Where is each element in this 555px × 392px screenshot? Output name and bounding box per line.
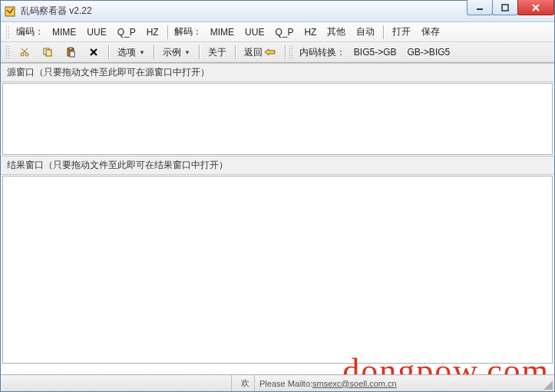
examples-label: 示例 (163, 46, 181, 59)
toolbar-separator (285, 45, 286, 59)
status-mailto: Please Mailto: smsexc@soell.com.cn (254, 375, 554, 391)
result-textarea[interactable] (2, 176, 553, 364)
source-pane: 源窗口（只要拖动文件至此即可在源窗口中打开） (1, 63, 554, 155)
decode-other-button[interactable]: 其他 (322, 23, 351, 41)
back-label: 返回 (244, 46, 263, 59)
options-button[interactable]: 选项▼ (112, 44, 150, 61)
close-icon (531, 4, 540, 12)
toolbar-separator (199, 45, 200, 59)
encode-qp-button[interactable]: Q_P (112, 25, 141, 40)
encode-uue-button[interactable]: UUE (81, 25, 111, 40)
codeconv-label: 内码转换： (296, 46, 349, 59)
title-bar[interactable]: 乱码察看器 v2.22 (1, 1, 554, 22)
copy-icon (41, 46, 54, 58)
status-left (1, 375, 231, 391)
toolbar-area: 编码： MIME UUE Q_P HZ 解码： MIME UUE Q_P HZ … (1, 22, 554, 63)
resize-grip[interactable] (539, 376, 553, 390)
status-hint: 欢 (231, 375, 254, 391)
options-label: 选项 (117, 46, 136, 59)
decode-qp-button[interactable]: Q_P (269, 25, 299, 40)
examples-button[interactable]: 示例▼ (157, 44, 196, 61)
toolbar-grip[interactable] (289, 45, 293, 59)
gb-to-big5-button[interactable]: GB->BIG5 (402, 44, 456, 60)
toolbar-separator (154, 45, 154, 59)
delete-button[interactable] (82, 44, 105, 61)
svg-rect-0 (5, 7, 15, 16)
encode-mime-button[interactable]: MIME (47, 25, 81, 40)
source-textarea[interactable] (2, 83, 553, 155)
decode-hz-button[interactable]: HZ (299, 25, 322, 40)
cut-button[interactable] (13, 44, 36, 61)
delete-icon (88, 46, 100, 58)
hand-point-icon (264, 46, 276, 58)
toolbar-row-1: 编码： MIME UUE Q_P HZ 解码： MIME UUE Q_P HZ … (1, 22, 554, 42)
toolbar-grip[interactable] (5, 45, 10, 59)
scissors-icon (18, 46, 31, 58)
copy-button[interactable] (36, 44, 59, 61)
source-pane-header: 源窗口（只要拖动文件至此即可在源窗口中打开） (1, 63, 554, 82)
result-pane-header: 结果窗口（只要拖动文件至此即可在结果窗口中打开） (1, 156, 554, 175)
app-icon (4, 5, 16, 18)
window-controls (467, 0, 554, 15)
toolbar-grip[interactable] (5, 25, 10, 39)
paste-button[interactable] (59, 44, 82, 61)
status-bar: 欢 Please Mailto: smsexc@soell.com.cn (1, 374, 554, 391)
svg-rect-12 (69, 48, 72, 50)
open-button[interactable]: 打开 (387, 23, 416, 41)
content-area: 源窗口（只要拖动文件至此即可在源窗口中打开） 结果窗口（只要拖动文件至此即可在结… (1, 63, 554, 364)
minimize-button[interactable] (467, 0, 493, 15)
mailto-prefix: Please Mailto: (259, 379, 312, 388)
chevron-down-icon: ▼ (139, 49, 145, 56)
big5-to-gb-button[interactable]: BIG5->GB (349, 44, 402, 60)
decode-auto-button[interactable]: 自动 (351, 23, 380, 41)
svg-rect-2 (502, 5, 508, 11)
save-button[interactable]: 保存 (416, 23, 445, 41)
decode-uue-button[interactable]: UUE (240, 25, 269, 40)
close-button[interactable] (517, 0, 554, 15)
decode-label: 解码： (171, 25, 205, 38)
minimize-icon (476, 4, 484, 12)
svg-rect-13 (70, 51, 74, 57)
maximize-icon (501, 4, 509, 12)
toolbar-separator (383, 25, 384, 39)
svg-rect-10 (46, 50, 51, 56)
about-button[interactable]: 关于 (203, 44, 232, 61)
maximize-button[interactable] (492, 0, 518, 15)
toolbar-separator (235, 45, 236, 59)
encode-label: 编码： (13, 25, 47, 38)
decode-mime-button[interactable]: MIME (205, 25, 240, 40)
svg-point-6 (25, 53, 28, 56)
mailto-link[interactable]: smsexc@soell.com.cn (312, 379, 397, 388)
chevron-down-icon: ▼ (184, 49, 190, 56)
toolbar-separator (167, 25, 168, 39)
toolbar-row-2: 选项▼ 示例▼ 关于 返回 内码转换： BIG5->GB GB->BIG5 (1, 42, 554, 62)
svg-point-5 (21, 53, 24, 56)
encode-hz-button[interactable]: HZ (141, 25, 164, 40)
result-pane: 结果窗口（只要拖动文件至此即可在结果窗口中打开） (1, 156, 554, 364)
back-button[interactable]: 返回 (239, 44, 282, 61)
paste-icon (64, 46, 77, 58)
toolbar-separator (108, 45, 109, 59)
app-window: 乱码察看器 v2.22 编码： MIME UUE Q_P HZ 解码： MIME… (0, 0, 555, 392)
